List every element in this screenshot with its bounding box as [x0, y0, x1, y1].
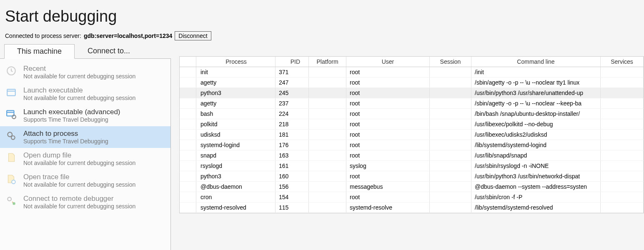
cell-session — [430, 182, 471, 192]
cell-platform — [309, 182, 346, 192]
cell-cmd: /lib/systemd/systemd-resolved — [471, 202, 601, 212]
col-session[interactable]: Session — [430, 57, 471, 67]
cell-platform — [309, 130, 346, 140]
cell-pid: 154 — [276, 192, 309, 202]
sidebar-item-attach-process[interactable]: Attach to processSupports Time Travel De… — [0, 126, 170, 148]
cell-user: root — [346, 109, 430, 119]
cell-session — [430, 140, 471, 150]
table-row[interactable]: cron154root/usr/sbin/cron -f -P — [180, 192, 644, 202]
cell-indicator — [180, 109, 196, 119]
cell-platform — [309, 171, 346, 181]
window-gear-icon — [5, 108, 18, 120]
table-row[interactable]: polkitd218root/usr/libexec/polkitd --no-… — [180, 119, 644, 130]
table-row[interactable]: bash224root/bin/bash /snap/ubuntu-deskto… — [180, 109, 644, 119]
col-pid[interactable]: PID — [276, 57, 309, 67]
disconnect-button[interactable]: Disconnect — [175, 31, 211, 40]
sidebar-item-sublabel: Supports Time Travel Debugging — [23, 116, 120, 123]
cell-process: python3 — [196, 171, 276, 181]
col-user[interactable]: User — [346, 57, 430, 67]
cell-services — [601, 109, 644, 119]
process-table: Process PID Platform User Session Comman… — [179, 56, 644, 213]
cell-pid: 163 — [276, 150, 309, 160]
sidebar-item-launch-exe-adv[interactable]: Launch executable (advanced)Supports Tim… — [0, 105, 170, 126]
cell-session — [430, 88, 471, 98]
cell-platform — [309, 161, 346, 171]
cell-process: snapd — [196, 150, 276, 160]
cell-pid: 245 — [276, 88, 309, 98]
cell-pid: 115 — [276, 202, 309, 212]
table-row[interactable]: udisksd181root/usr/libexec/udisks2/udisk… — [180, 130, 644, 140]
tab-connect-to-[interactable]: Connect to... — [75, 44, 143, 58]
cell-session — [430, 67, 471, 77]
sidebar-item-label: Open dump file — [23, 151, 135, 160]
sidebar-item-open-dump: Open dump fileNot available for current … — [0, 148, 170, 170]
cell-platform — [309, 192, 346, 202]
col-platform[interactable]: Platform — [309, 57, 346, 67]
sidebar-item-label: Connect to remote debugger — [23, 195, 135, 203]
sidebar-item-sublabel: Supports Time Travel Debugging — [23, 138, 108, 145]
cell-services — [601, 88, 644, 98]
sidebar-item-sublabel: Not available for current debugging sess… — [23, 73, 135, 80]
table-row[interactable]: agetty237root/sbin/agetty -o -p -- \u --… — [180, 98, 644, 109]
tab-this-machine[interactable]: This machine — [4, 44, 75, 59]
cell-platform — [309, 119, 346, 129]
cell-session — [430, 171, 471, 181]
connection-row: Connected to process server: gdb:server=… — [0, 31, 644, 44]
svg-point-7 — [11, 136, 15, 140]
col-process[interactable]: Process — [196, 57, 276, 67]
cell-cmd: /usr/libexec/udisks2/udisksd — [471, 130, 601, 140]
cell-session — [430, 161, 471, 171]
cell-cmd: /sbin/agetty -o -p -- \u --noclear tty1 … — [471, 78, 601, 88]
sidebar-item-sublabel: Not available for current debugging sess… — [23, 95, 135, 101]
cell-user: root — [346, 67, 430, 77]
cell-services — [601, 140, 644, 150]
sidebar-item-sublabel: Not available for current debugging sess… — [23, 203, 135, 210]
cell-user: root — [346, 130, 430, 140]
cell-process: python3 — [196, 88, 276, 98]
cell-process: systemd-resolved — [196, 202, 276, 212]
table-row[interactable]: init371root/init — [180, 67, 644, 78]
sidebar-item-label: Attach to process — [23, 130, 108, 138]
tabs: This machineConnect to... — [0, 44, 171, 58]
cell-services — [601, 161, 644, 171]
sidebar-item-recent: RecentNot available for current debuggin… — [0, 61, 170, 83]
cell-cmd: /usr/bin/python3 /usr/share/unattended-u… — [471, 88, 601, 98]
cell-pid: 181 — [276, 130, 309, 140]
cell-session — [430, 98, 471, 108]
table-row[interactable]: python3245root/usr/bin/python3 /usr/shar… — [180, 88, 644, 98]
table-row[interactable]: python3160root/usr/bin/python3 /usr/bin/… — [180, 171, 644, 182]
cell-session — [430, 150, 471, 160]
table-row[interactable]: rsyslogd161syslog/usr/sbin/rsyslogd -n -… — [180, 161, 644, 171]
remote-icon — [5, 195, 18, 207]
table-row[interactable]: agetty247root/sbin/agetty -o -p -- \u --… — [180, 78, 644, 88]
cell-user: root — [346, 98, 430, 108]
cell-process: systemd-logind — [196, 140, 276, 150]
col-indicator[interactable] — [180, 57, 196, 67]
cell-cmd: /usr/libexec/polkitd --no-debug — [471, 119, 601, 129]
table-row[interactable]: systemd-resolved115systemd-resolve/lib/s… — [180, 202, 644, 213]
cell-services — [601, 119, 644, 129]
cell-platform — [309, 202, 346, 212]
cell-session — [430, 130, 471, 140]
cell-user: root — [346, 171, 430, 181]
cell-process: @dbus-daemon — [196, 182, 276, 192]
cell-user: root — [346, 150, 430, 160]
cell-indicator — [180, 78, 196, 88]
cell-indicator — [180, 202, 196, 212]
col-services[interactable]: Services — [601, 57, 644, 67]
cell-pid: 218 — [276, 119, 309, 129]
col-cmd[interactable]: Command line — [471, 57, 601, 67]
cell-pid: 161 — [276, 161, 309, 171]
sidebar-item-label: Open trace file — [23, 173, 135, 181]
cell-platform — [309, 109, 346, 119]
cell-user: root — [346, 88, 430, 98]
table-row[interactable]: snapd163root/usr/lib/snapd/snapd — [180, 150, 644, 161]
cell-pid: 371 — [276, 67, 309, 77]
table-row[interactable]: systemd-logind176root/lib/systemd/system… — [180, 140, 644, 150]
sidebar-item-sublabel: Not available for current debugging sess… — [23, 181, 135, 188]
cell-indicator — [180, 119, 196, 129]
table-row[interactable]: @dbus-daemon156messagebus@dbus-daemon --… — [180, 182, 644, 192]
svg-point-8 — [12, 180, 15, 184]
sidebar-item-sublabel: Not available for current debugging sess… — [23, 160, 135, 166]
cell-pid: 176 — [276, 140, 309, 150]
